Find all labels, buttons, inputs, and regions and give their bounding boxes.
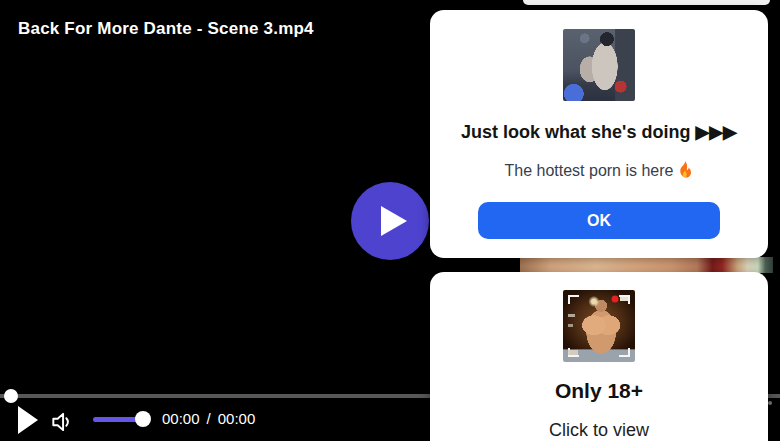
player-controls: 00:00/00:00	[0, 402, 430, 441]
time-separator: /	[207, 410, 211, 427]
seek-thumb[interactable]	[4, 389, 18, 403]
play-icon	[381, 206, 407, 236]
camcorder-overlay-icon	[563, 290, 635, 362]
popup-heading: Only 18+	[430, 379, 768, 403]
fire-icon	[677, 161, 693, 179]
background-image-strip	[520, 257, 773, 273]
ad-thumbnail-2[interactable]	[563, 290, 635, 362]
volume-thumb[interactable]	[135, 411, 151, 427]
popup-ad-offer: Just look what she's doing ▶▶▶ The hotte…	[430, 10, 768, 258]
play-icon	[18, 406, 38, 434]
background-card-edge	[523, 0, 770, 5]
video-title: Back For More Dante - Scene 3.mp4	[18, 19, 314, 39]
background-dot	[768, 401, 772, 405]
volume-button[interactable]	[49, 409, 75, 435]
current-time: 00:00	[162, 410, 200, 427]
ad-thumbnail[interactable]	[563, 29, 635, 101]
rec-dot-icon	[612, 296, 619, 303]
popup-subtitle-text: The hottest porn is here	[505, 162, 674, 179]
duration: 00:00	[218, 410, 256, 427]
video-player-page: Back For More Dante - Scene 3.mp4 00:00/…	[0, 0, 780, 441]
popup-subtitle: Click to view	[430, 420, 768, 441]
volume-slider[interactable]	[93, 417, 146, 422]
volume-icon	[49, 409, 75, 435]
time-display: 00:00/00:00	[162, 410, 255, 427]
play-button[interactable]	[16, 406, 40, 436]
popup-ad-age: Only 18+ Click to view	[430, 272, 768, 441]
ok-button[interactable]: OK	[478, 202, 720, 239]
popup-subtitle: The hottest porn is here	[430, 161, 768, 180]
big-play-button[interactable]	[351, 182, 429, 260]
popup-heading: Just look what she's doing ▶▶▶	[430, 121, 768, 143]
